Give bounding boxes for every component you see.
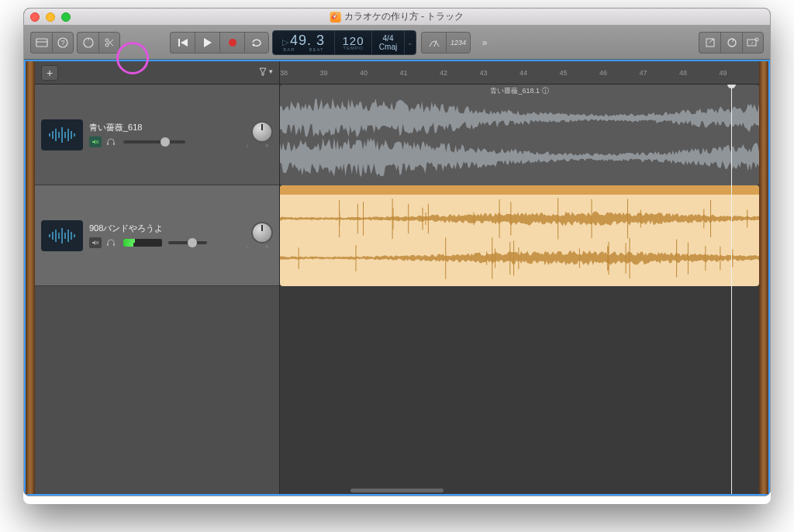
- svg-rect-0: [36, 39, 47, 47]
- empty-track-area[interactable]: [35, 286, 279, 494]
- close-window-button[interactable]: [30, 12, 40, 22]
- audio-track-icon: [41, 119, 83, 150]
- count-in-button[interactable]: 1234: [446, 32, 471, 54]
- audio-track-icon: [41, 220, 83, 251]
- svg-rect-49: [107, 244, 109, 246]
- mute-button[interactable]: [89, 136, 102, 147]
- bar-label: BAR: [283, 47, 295, 52]
- pan-labels: LR: [247, 244, 268, 249]
- time-signature: 4/4: [379, 34, 397, 43]
- lcd-display[interactable]: ▷ 49. 3 BAR BEAT 120 TEMPO 4/4 Cmaj ⌄: [272, 30, 416, 55]
- media-browser-button[interactable]: ♪: [742, 32, 764, 54]
- tuner-button[interactable]: [421, 32, 446, 54]
- track-header[interactable]: 青い薔薇_618: [35, 85, 279, 185]
- svg-text:?: ?: [60, 39, 64, 47]
- ruler-tick: 49: [720, 61, 727, 84]
- titlebar: カラオケの作り方 - トラック: [24, 9, 770, 26]
- audio-region[interactable]: 青い薔薇_618.1 ⓘ: [280, 85, 759, 185]
- position-bar: 49.: [290, 33, 312, 49]
- add-track-button[interactable]: +: [41, 65, 58, 81]
- window-title-text: カラオケの作り方 - トラック: [344, 10, 464, 23]
- beat-label: BEAT: [309, 47, 324, 52]
- toolbar: ?: [24, 26, 770, 60]
- svg-text:▾: ▾: [269, 67, 273, 75]
- svg-rect-10: [178, 39, 180, 47]
- ruler-tick: 42: [440, 61, 447, 84]
- volume-slider[interactable]: [123, 140, 185, 143]
- svg-point-19: [728, 39, 736, 47]
- svg-marker-14: [252, 43, 254, 47]
- svg-point-13: [229, 39, 236, 47]
- app-window: カラオケの作り方 - トラック ?: [23, 8, 771, 496]
- svg-text:♪: ♪: [751, 40, 754, 45]
- empty-arrangement[interactable]: [280, 286, 759, 494]
- library-button[interactable]: [30, 32, 52, 54]
- play-button[interactable]: [195, 32, 219, 54]
- arrangement-area[interactable]: 青い薔薇_618.1 ⓘ: [280, 85, 759, 494]
- track-header[interactable]: 908バンドやろうよ: [35, 185, 279, 286]
- horizontal-scrollbar[interactable]: [350, 489, 444, 492]
- svg-marker-23: [260, 68, 266, 75]
- workspace: + ▾ 383940414243444546474849 青い薔薇_6: [24, 60, 770, 496]
- pan-knob[interactable]: [251, 222, 273, 244]
- svg-line-18: [709, 40, 713, 43]
- ruler-tick: 38: [280, 61, 288, 84]
- ruler-tick: 44: [520, 61, 527, 84]
- minimize-window-button[interactable]: [46, 12, 55, 22]
- ruler-tick: 47: [640, 61, 647, 84]
- level-meter: [123, 239, 162, 247]
- mute-button[interactable]: [89, 237, 102, 248]
- svg-marker-11: [181, 39, 188, 47]
- editor-scissors-button[interactable]: [98, 32, 120, 54]
- timeline-ruler[interactable]: 383940414243444546474849: [280, 61, 759, 84]
- rewind-button[interactable]: [170, 32, 195, 54]
- loops-button[interactable]: [720, 32, 742, 54]
- ruler-tick: 40: [360, 61, 368, 84]
- playhead[interactable]: [731, 85, 732, 494]
- wood-panel-left: [26, 61, 35, 494]
- pan-labels: LR: [247, 143, 268, 148]
- svg-rect-37: [113, 143, 115, 145]
- wood-panel-right: [759, 61, 768, 494]
- ruler-tick: 43: [480, 61, 488, 84]
- window-controls: [30, 12, 71, 22]
- lcd-dropdown-icon[interactable]: ⌄: [405, 31, 416, 54]
- track-header-list: 青い薔薇_618: [35, 85, 280, 494]
- ruler-tick: 48: [679, 61, 687, 84]
- track-header-bar: + ▾: [35, 61, 280, 84]
- maximize-window-button[interactable]: [61, 12, 71, 22]
- region-label: 青い薔薇_618.1 ⓘ: [490, 86, 548, 96]
- notepad-button[interactable]: [699, 32, 720, 54]
- audio-region[interactable]: [280, 185, 759, 286]
- ruler-tick: 41: [400, 61, 408, 84]
- smart-controls-button[interactable]: [77, 32, 98, 54]
- app-icon: [330, 12, 341, 22]
- position-beat: 3: [316, 33, 325, 49]
- volume-slider[interactable]: [168, 241, 207, 244]
- ruler-tick: 45: [560, 61, 568, 84]
- toolbar-expand-button[interactable]: »: [474, 32, 495, 54]
- key-signature: Cmaj: [379, 43, 397, 51]
- svg-rect-50: [113, 244, 115, 246]
- window-title: カラオケの作り方 - トラック: [330, 10, 464, 23]
- headphones-button[interactable]: [105, 237, 117, 248]
- track-name: 青い薔薇_618: [89, 122, 240, 133]
- track-name: 908バンドやろうよ: [89, 223, 240, 234]
- ruler-tick: 46: [599, 61, 607, 84]
- record-button[interactable]: [219, 32, 244, 54]
- headphones-button[interactable]: [105, 136, 117, 147]
- svg-rect-36: [107, 143, 109, 145]
- tempo-label: TEMPO: [343, 46, 363, 50]
- pan-knob[interactable]: [251, 121, 273, 143]
- svg-marker-12: [204, 38, 212, 47]
- cycle-button[interactable]: [244, 32, 269, 54]
- track-filter-button[interactable]: ▾: [257, 66, 273, 79]
- help-button[interactable]: ?: [52, 32, 74, 54]
- ruler-tick: 39: [320, 61, 328, 84]
